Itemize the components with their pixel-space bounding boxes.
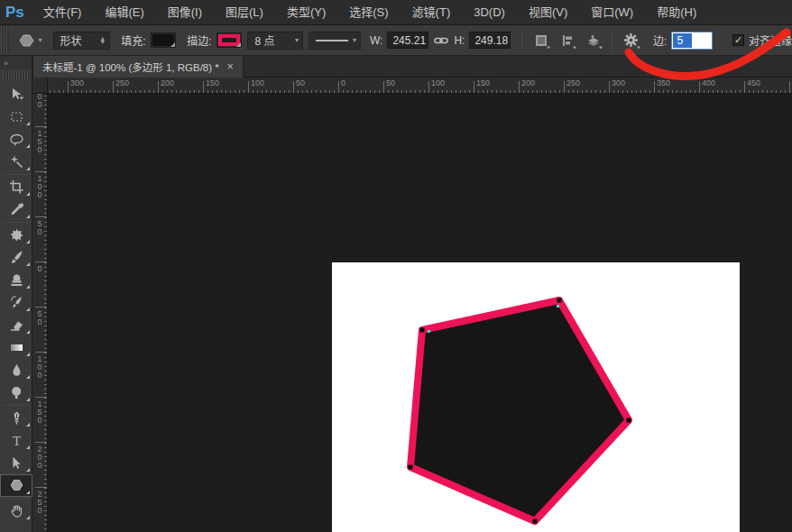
type-tool[interactable]: T <box>0 429 32 452</box>
menu-item-2[interactable]: 编辑(E) <box>93 0 155 25</box>
v-ruler-label: 50 <box>35 219 44 235</box>
menu-item-8[interactable]: 3D(D) <box>462 0 517 25</box>
lasso-tool[interactable] <box>0 128 32 151</box>
anchor-point[interactable] <box>627 418 631 423</box>
stroke-width-value: 8 点 <box>254 32 274 48</box>
sides-input[interactable]: 5 <box>671 32 713 50</box>
handle-dot <box>428 330 430 333</box>
geometry-options-gear-button[interactable] <box>621 30 641 51</box>
anchor-point[interactable] <box>409 465 413 470</box>
gradient-tool[interactable] <box>0 336 32 359</box>
menu-item-1[interactable]: 文件(F) <box>32 0 94 25</box>
dodge-tool[interactable] <box>0 381 32 404</box>
polygon-tool-icon <box>18 32 36 49</box>
menu-item-11[interactable]: 帮助(H) <box>645 0 708 25</box>
polygon-shape[interactable] <box>332 262 740 532</box>
brush-tool[interactable] <box>0 246 32 269</box>
h-ruler-label: 300 <box>70 78 84 87</box>
h-ruler-label: 200 <box>521 78 535 87</box>
shape-height-input[interactable]: 249.18 <box>469 32 511 49</box>
h-ruler-label: 50 <box>386 78 395 87</box>
pen-tool-icon <box>9 410 24 426</box>
lasso-tool-icon <box>9 132 24 147</box>
canvas-artboard[interactable] <box>332 262 740 532</box>
type-tool-icon: T <box>9 433 24 448</box>
eraser-tool[interactable] <box>0 314 32 336</box>
solid-line-icon <box>316 38 348 43</box>
svg-text:T: T <box>12 434 20 448</box>
ruler-origin-corner[interactable] <box>32 78 48 94</box>
swatch-dropdown-icon <box>236 42 241 47</box>
stroke-color-swatch[interactable] <box>216 32 243 48</box>
gradient-tool-icon <box>9 340 24 355</box>
flyout-triangle-icon <box>26 445 30 449</box>
h-ruler-label: 150 <box>476 78 490 87</box>
toolbar-grip[interactable] <box>3 71 29 79</box>
flyout-triangle-icon <box>26 353 30 356</box>
eyedropper-tool[interactable] <box>0 198 32 221</box>
align-edges-checkbox[interactable]: ✓ <box>732 34 744 46</box>
path-selection-tool[interactable] <box>0 452 32 474</box>
anchor-point[interactable] <box>533 519 538 524</box>
h-ruler-label: 400 <box>702 78 715 87</box>
menu-item-5[interactable]: 类型(Y) <box>275 0 337 25</box>
h-ruler-label: 300 <box>612 78 625 87</box>
move-tool-icon <box>9 87 24 102</box>
divider <box>521 30 522 51</box>
path-alignment-button[interactable] <box>557 30 577 51</box>
document-tab[interactable]: 未标题-1 @ 100% (多边形 1, RGB/8) * × <box>32 56 244 78</box>
tool-group-divider <box>3 222 29 223</box>
crop-tool[interactable] <box>0 176 32 198</box>
updown-arrows-icon: ▲▼ <box>99 37 106 44</box>
path-arrangement-button[interactable] <box>583 30 603 51</box>
options-bar-grip[interactable] <box>1 29 9 52</box>
handle-dot <box>557 305 559 307</box>
h-ruler-label: 450 <box>747 78 760 87</box>
flyout-triangle-icon <box>26 144 30 148</box>
flyout-triangle-icon <box>26 215 30 218</box>
shape-width-input[interactable]: 245.21 <box>387 32 428 49</box>
stroke-width-select[interactable]: 8 点 ▾ <box>247 32 303 50</box>
photoshop-logo: Ps <box>0 4 32 22</box>
tool-mode-select[interactable]: 形状 ▲▼ <box>53 32 111 50</box>
magic-wand-tool[interactable] <box>0 151 32 173</box>
h-ruler-label: 200 <box>161 78 174 87</box>
pen-tool[interactable] <box>0 407 32 429</box>
blur-tool[interactable] <box>0 359 32 381</box>
clone-stamp-tool[interactable] <box>0 269 32 291</box>
flyout-triangle-icon <box>26 240 30 243</box>
anchor-point[interactable] <box>420 328 425 333</box>
polygon-tool[interactable] <box>0 474 32 497</box>
move-tool[interactable] <box>0 83 32 105</box>
link-dimensions-icon[interactable] <box>434 36 448 45</box>
path-operations-button[interactable] <box>530 30 551 51</box>
menu-item-3[interactable]: 图像(I) <box>156 0 214 25</box>
history-brush-tool[interactable] <box>0 291 32 314</box>
spot-healing-brush-tool[interactable] <box>0 224 32 246</box>
width-label: W: <box>370 34 382 47</box>
vertical-ruler[interactable]: 20015010050050100150200250 <box>32 94 48 532</box>
toolbar-collapse-button[interactable]: » <box>0 56 32 69</box>
menu-item-9[interactable]: 视图(V) <box>517 0 579 25</box>
menu-item-6[interactable]: 选择(S) <box>337 0 400 25</box>
anchor-point[interactable] <box>557 298 562 303</box>
v-ruler-label: 0 <box>35 264 44 272</box>
horizontal-ruler[interactable]: 3002502001501005005010015020025030035040… <box>48 78 792 94</box>
tool-group-divider <box>3 405 29 406</box>
hand-tool[interactable] <box>0 500 32 522</box>
flyout-triangle-icon <box>26 375 30 379</box>
stroke-type-select[interactable]: ▾ <box>309 32 361 50</box>
menu-item-10[interactable]: 窗口(W) <box>579 0 645 25</box>
rectangular-marquee-tool[interactable] <box>0 105 32 128</box>
canvas-viewport[interactable]: 20015010050050100150200250 <box>32 94 792 532</box>
tool-preset-picker[interactable]: ▾ <box>18 32 42 49</box>
v-ruler-label: 100 <box>35 174 44 198</box>
fill-color-swatch[interactable] <box>151 32 177 48</box>
document-tab-bar: 未标题-1 @ 100% (多边形 1, RGB/8) * × <box>32 56 792 78</box>
pentagon-path[interactable] <box>410 300 629 521</box>
close-icon[interactable]: × <box>227 60 234 73</box>
menu-item-4[interactable]: 图层(L) <box>214 0 275 25</box>
menu-item-7[interactable]: 滤镜(T) <box>401 0 463 25</box>
document-area: 未标题-1 @ 100% (多边形 1, RGB/8) * × 30025020… <box>32 56 792 532</box>
h-ruler-label: 350 <box>657 78 670 87</box>
